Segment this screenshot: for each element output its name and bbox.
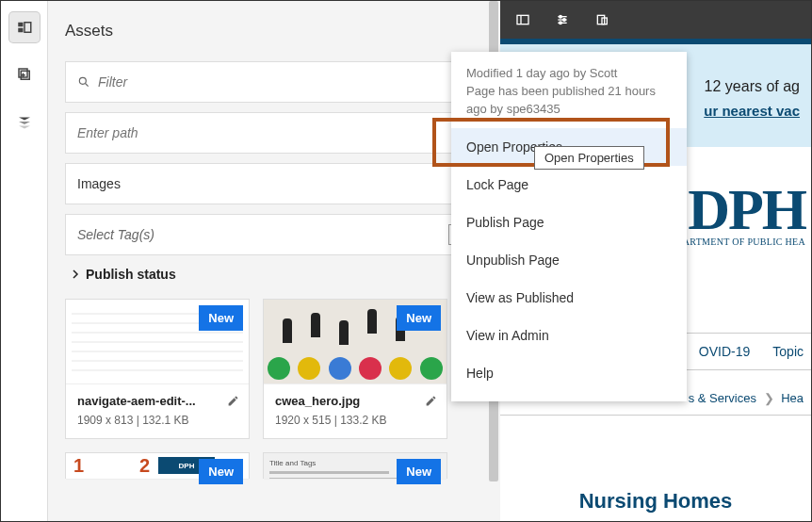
toggle-side-panel-icon[interactable] [513, 10, 532, 29]
modified-text: Modified 1 day ago by Scott [466, 65, 672, 83]
asset-card[interactable]: Title and Tags New [263, 452, 447, 479]
menu-view-in-admin[interactable]: View in Admin [451, 317, 687, 354]
editor-topbar [500, 1, 811, 39]
page-info-meta: Modified 1 day ago by Scott Page has bee… [451, 65, 687, 128]
tab-topics[interactable]: Topic [772, 344, 804, 359]
crumb-hea[interactable]: Hea [781, 391, 804, 405]
filter-input[interactable] [98, 74, 471, 90]
type-value: Images [77, 176, 121, 191]
page-heading: Nursing Homes [500, 489, 811, 514]
type-select[interactable]: Images [65, 163, 483, 204]
menu-view-as-published[interactable]: View as Published [451, 279, 687, 317]
publish-status-toggle[interactable]: Publish status [71, 267, 483, 282]
asset-card[interactable]: New navigate-aem-edit-... 1909 x 813 | 1… [65, 299, 250, 439]
asset-cards: New navigate-aem-edit-... 1909 x 813 | 1… [65, 299, 483, 479]
svg-point-7 [79, 77, 86, 84]
chevron-right-icon [71, 269, 80, 279]
path-input[interactable] [77, 125, 471, 140]
banner-link[interactable]: ur nearest vac [704, 103, 800, 119]
svg-point-18 [560, 22, 562, 24]
menu-publish-page[interactable]: Publish Page [451, 204, 687, 241]
assets-panel: Assets Images Select Tag(s) Publish stat… [48, 1, 500, 521]
asset-name: cwea_hero.jpg [275, 394, 407, 408]
path-field[interactable] [65, 112, 483, 154]
svg-rect-1 [18, 28, 23, 33]
page-info-menu: Modified 1 day ago by Scott Page has bee… [451, 52, 687, 401]
components-icon[interactable] [9, 59, 40, 90]
svg-rect-2 [24, 23, 31, 33]
svg-line-8 [86, 84, 89, 87]
svg-rect-19 [597, 15, 604, 24]
asset-card[interactable]: New cwea_hero.jpg 1920 x 515 | 133.2 KB [263, 299, 447, 439]
filter-field[interactable] [65, 61, 483, 103]
publish-status-label: Publish status [86, 267, 176, 282]
page-info-icon[interactable] [553, 10, 572, 29]
svg-point-16 [563, 19, 566, 22]
new-badge: New [199, 305, 243, 331]
content-tree-icon[interactable] [9, 106, 40, 137]
new-badge: New [397, 459, 441, 484]
svg-rect-0 [18, 23, 23, 27]
menu-help[interactable]: Help [451, 354, 687, 392]
svg-point-14 [560, 15, 562, 18]
banner-text: 12 years of ag [705, 78, 800, 94]
emulator-icon[interactable] [593, 10, 611, 29]
assets-title: Assets [65, 22, 483, 41]
svg-rect-11 [517, 15, 528, 24]
tags-field[interactable]: Select Tag(s) [65, 214, 483, 255]
new-badge: New [199, 459, 243, 484]
asset-dims: 1920 x 515 | 133.2 KB [275, 414, 435, 427]
published-text: Page has been published 21 hours ago by … [466, 83, 672, 119]
search-icon [77, 75, 90, 89]
asset-dims: 1909 x 813 | 132.1 KB [77, 414, 237, 427]
tab-covid[interactable]: OVID-19 [699, 344, 750, 359]
menu-lock-page[interactable]: Lock Page [451, 166, 687, 204]
left-icon-rail [1, 1, 48, 521]
tooltip: Open Properties [534, 146, 644, 170]
edit-icon[interactable] [227, 394, 239, 411]
breadcrumb-separator: ❯ [764, 391, 774, 405]
asset-name: navigate-aem-edit-... [77, 394, 209, 408]
crumb-services[interactable]: s & Services [689, 391, 756, 405]
menu-unpublish-page[interactable]: Unpublish Page [451, 241, 687, 279]
new-badge: New [397, 305, 441, 331]
assets-panel-toggle-icon[interactable] [9, 12, 40, 42]
edit-icon[interactable] [425, 394, 437, 411]
asset-card[interactable]: 1 2 DPH New [65, 452, 250, 479]
tags-placeholder: Select Tag(s) [77, 227, 154, 242]
